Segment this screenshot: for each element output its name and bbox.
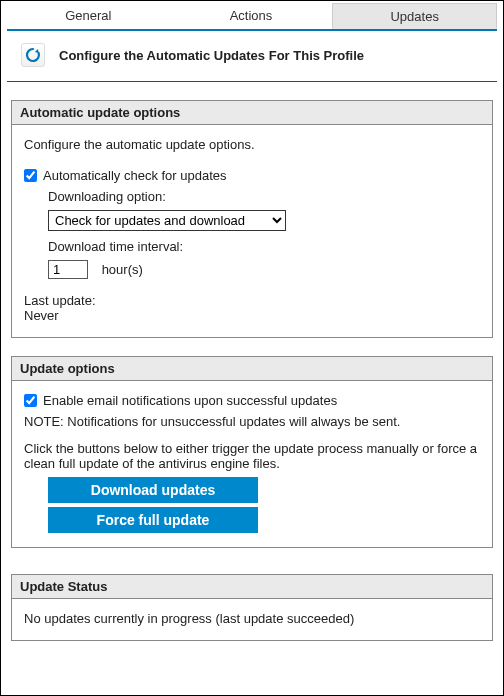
refresh-icon — [21, 43, 45, 67]
interval-units: hour(s) — [102, 262, 143, 277]
download-updates-button[interactable]: Download updates — [48, 477, 258, 503]
tab-general[interactable]: General — [7, 3, 170, 29]
section-title-auto: Automatic update options — [12, 101, 492, 125]
email-notify-label[interactable]: Enable email notifications upon successf… — [43, 393, 337, 408]
interval-input[interactable] — [48, 260, 88, 279]
update-instructions: Click the buttons below to either trigge… — [24, 441, 480, 471]
auto-desc: Configure the automatic update options. — [24, 137, 480, 152]
tab-actions[interactable]: Actions — [170, 3, 333, 29]
section-title-upd: Update options — [12, 357, 492, 381]
downloading-option-label: Downloading option: — [48, 189, 480, 204]
auto-check-checkbox[interactable] — [24, 169, 37, 182]
section-update-status: Update Status No updates currently in pr… — [11, 574, 493, 641]
email-notify-checkbox[interactable] — [24, 394, 37, 407]
section-title-status: Update Status — [12, 575, 492, 599]
email-note: NOTE: Notifications for unsuccessful upd… — [24, 414, 480, 429]
force-full-update-button[interactable]: Force full update — [48, 507, 258, 533]
page-header: Configure the Automatic Updates For This… — [7, 31, 497, 82]
auto-check-label[interactable]: Automatically check for updates — [43, 168, 227, 183]
section-update-options: Update options Enable email notification… — [11, 356, 493, 548]
update-status-text: No updates currently in progress (last u… — [24, 611, 480, 626]
downloading-option-select[interactable]: Check for updates and download — [48, 210, 286, 231]
last-update-value: Never — [24, 308, 480, 323]
interval-label: Download time interval: — [48, 239, 480, 254]
tab-updates[interactable]: Updates — [332, 3, 497, 29]
tabs: General Actions Updates — [7, 3, 497, 31]
section-auto-update-options: Automatic update options Configure the a… — [11, 100, 493, 338]
last-update-label: Last update: — [24, 293, 480, 308]
page-title: Configure the Automatic Updates For This… — [59, 48, 364, 63]
